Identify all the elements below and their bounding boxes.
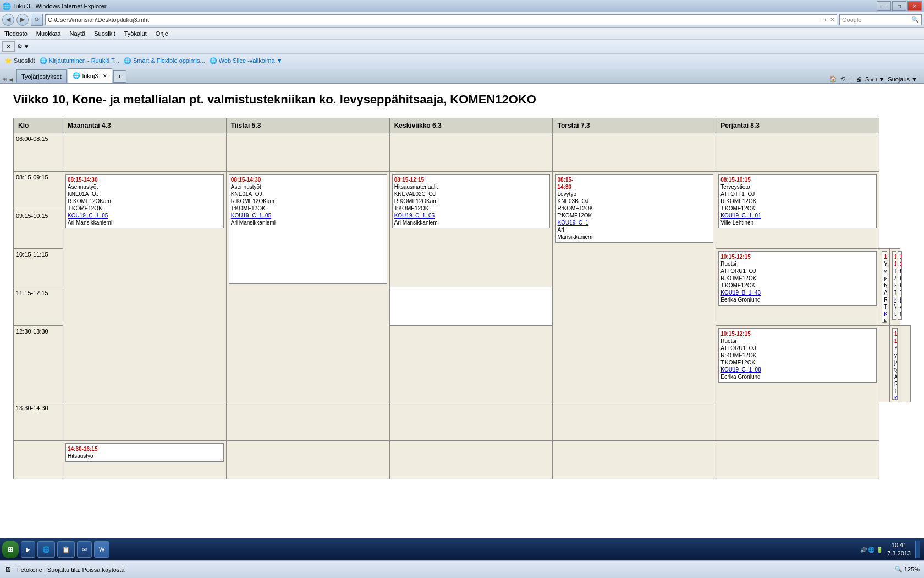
menu-ohje[interactable]: Ohje: [153, 30, 170, 37]
back-button[interactable]: ◀: [2, 14, 14, 26]
event-thu-scroll1[interactable]: 10:15- Yhteiskunta-, yritys- ja työelämä…: [882, 251, 887, 323]
bookmarks-bar: ⭐ Suosikit 🌐 Kirjautuminen - Ruukki T...…: [0, 54, 924, 68]
cell-fri-1230: [900, 326, 911, 402]
header-klo: Klo: [14, 118, 63, 133]
cell-wed-0815: 08:15-12:15 Hitsausmateriaalit KNEVAL02C…: [389, 172, 553, 287]
maximize-button[interactable]: □: [892, 1, 906, 11]
event-tue-link[interactable]: KOU19_C_1_05: [231, 212, 271, 219]
event-wed-secondary: 10:15-12:15 Ruotsi ATTORU1_OJ R:KOME12OK…: [718, 251, 877, 306]
toolbar-icon[interactable]: ⚙: [17, 43, 23, 50]
event-tue-room: R:KOME12OKam: [231, 198, 385, 205]
event-thu-s2-link[interactable]: KOU19_B: [894, 395, 898, 400]
tab-security-menu[interactable]: Suojaus ▼: [888, 76, 917, 83]
cell-thu-0815: 08:15-14:30 Levytyö KNE03B_OJ R:KOME12OK…: [553, 172, 716, 402]
cell-mon-0600: [63, 133, 227, 172]
tab-print-icon[interactable]: 🖨: [856, 76, 862, 83]
event-thu-code: KNE03B_OJ: [557, 198, 711, 205]
tab-home-icon[interactable]: 🏠: [829, 75, 837, 83]
start-button[interactable]: ⊞: [2, 541, 19, 558]
event-tue-type: T:KOME12OK: [231, 205, 385, 212]
taskbar-icon-1: ▶: [26, 546, 30, 553]
taskbar-right: 🔊 🌐 🔋 10:41 7.3.2013: [860, 541, 922, 558]
event-wed-s-room: R:KOME12OK: [721, 275, 875, 282]
bookmark-2[interactable]: 🌐 Smart & Flexible oppimis...: [124, 57, 205, 64]
tab-window-icon[interactable]: □: [849, 76, 853, 83]
taskbar-item-3[interactable]: 📋: [57, 541, 75, 558]
cell-mon-0815: 08:15-14:30 Asennustyöt KNE01A_OJ R:KOME…: [63, 172, 227, 402]
minimize-button[interactable]: —: [877, 1, 891, 11]
tab-lukuj3[interactable]: 🌐 lukuj3 ✕: [68, 68, 112, 83]
taskbar-item-2[interactable]: 🌐: [37, 541, 55, 558]
event-thu-scroll2[interactable]: 12:30-14:30 Yhteiskunta-, yritys- ja työ…: [892, 328, 898, 400]
event-thu-s1-link[interactable]: KOU19_C: [884, 311, 887, 317]
taskbar-item-1[interactable]: ▶: [21, 541, 35, 558]
menu-suosikit[interactable]: Suosikit: [92, 30, 118, 37]
taskbar-item-4[interactable]: ✉: [77, 541, 92, 558]
search-box[interactable]: Google 🔍: [839, 14, 922, 25]
event-fri-link1[interactable]: KOU19_C_1_01: [721, 212, 761, 219]
event-wed-link[interactable]: KOU19_C_1_05: [394, 212, 435, 219]
event-thu-s2-room: R:KOME12: [894, 380, 895, 388]
time-0600: 06:00-08:15: [14, 133, 63, 172]
search-icon[interactable]: 🔍: [911, 16, 919, 23]
event-tue-s-link[interactable]: KOU19_C_1_08: [721, 367, 761, 373]
event-wed-time: 08:15-12:15: [394, 176, 548, 183]
event-wed-main: 08:15-12:15 Hitsausmateriaalit KNEVAL02C…: [392, 174, 551, 228]
show-desktop-button[interactable]: [915, 541, 920, 558]
event-mon-link[interactable]: KOU19_C_1_05: [68, 212, 108, 219]
event-mon-bottom-name: Hitsaustyö: [68, 452, 222, 460]
event-fri-main1: 08:15-10:15 Terveystieto ATTOTT1_OJ R:KO…: [718, 174, 877, 228]
taskbar-clock: 10:41 7.3.2013: [887, 541, 911, 558]
menu-tyokalut[interactable]: Työkalut: [122, 30, 149, 37]
title-bar-text: lukuj3 - Windows Internet Explorer: [14, 3, 107, 9]
event-wed-name: Hitsausmateriaalit: [394, 183, 548, 190]
stop-icon[interactable]: ✕: [830, 17, 834, 23]
taskbar-tray-icons: 🔊 🌐 🔋: [860, 547, 883, 553]
tab-page-menu[interactable]: Sivu ▼: [865, 76, 884, 83]
bookmark-1[interactable]: 🌐 Kirjautuminen - Ruukki T...: [40, 57, 119, 64]
menu-nayta[interactable]: Näytä: [67, 30, 87, 37]
event-thu-link[interactable]: KOU19_C_1: [557, 220, 588, 226]
tab-back[interactable]: ⊞: [2, 77, 7, 83]
event-wed-s-link[interactable]: KOU19_B_1_43: [721, 290, 761, 296]
table-row: 14:30-16:15 Hitsaustyö: [14, 441, 911, 479]
event-wed-teacher: Ari Mansikkaniemi: [394, 219, 548, 226]
event-tue-time: 08:15-14:30: [231, 176, 385, 183]
event-tue-code: KNE01A_OJ: [231, 190, 385, 198]
toolbar-dropdown[interactable]: ▼: [24, 43, 29, 50]
time-bottom: [14, 441, 63, 479]
cell-thu-1015: 10:15- Yhteiskunta-, yritys- ja työelämä…: [879, 249, 890, 326]
event-thu-type: T:KOME12OK: [557, 212, 711, 219]
new-tab-button[interactable]: +: [113, 70, 127, 83]
go-button[interactable]: →: [821, 16, 828, 24]
taskbar-item-5[interactable]: W: [94, 541, 109, 558]
event-mon-name: Asennustyöt: [68, 183, 222, 190]
tab-close-button[interactable]: ✕: [103, 73, 107, 79]
tab-refresh-icon[interactable]: ⟲: [840, 75, 845, 83]
forward-button[interactable]: ▶: [16, 14, 29, 26]
taskbar-icon-5: W: [99, 546, 105, 553]
toolbar-close-icon[interactable]: ✕: [2, 41, 15, 52]
event-fri-main3: 10:15-12:15 Hitsaustyö KNE03A_OJ R:KOME1…: [898, 251, 902, 320]
event-fri-link3[interactable]: KOU19_C_1_05: [900, 297, 902, 303]
event-wed-s-name: Ruotsi: [721, 260, 875, 268]
refresh-button[interactable]: ⟳: [31, 14, 43, 26]
event-fri-link2[interactable]: KOU19_C_1_05: [894, 297, 897, 303]
taskbar-icon-4: ✉: [82, 546, 87, 553]
menu-muokkaa[interactable]: Muokkaa: [34, 30, 63, 37]
event-fri-name1: Terveystieto: [721, 183, 875, 190]
tab-tyojarjestykset[interactable]: Työjärjestykset: [16, 69, 67, 83]
address-bar[interactable]: C:\Users\mansian\Desktop\lukuj3.mht → ✕: [45, 14, 837, 25]
menu-tiedosto[interactable]: Tiedosto: [2, 30, 30, 37]
cell-fri-1015: 10:15-12:15 Terveystieto ATTOTT1_OJ R:KO…: [890, 249, 900, 326]
event-thu-s1-type: T:KOME12: [884, 303, 885, 310]
close-button[interactable]: ✕: [908, 1, 922, 11]
event-tue-name: Asennustyöt: [231, 183, 385, 190]
tab-arrow[interactable]: ◀: [9, 77, 13, 83]
header-tuesday: Tiistai 5.3: [226, 118, 389, 133]
event-thu-s2-code: ATTOYT1_: [894, 373, 895, 380]
event-thu-s1-name: Yhteiskunta-, yritys- ja työelämät...: [884, 260, 885, 289]
bookmark-3[interactable]: 🌐 Web Slice -valikoima ▼: [210, 57, 283, 64]
time-1015: 10:15-11:15: [14, 249, 63, 287]
taskbar-icon-2: 🌐: [42, 546, 50, 553]
